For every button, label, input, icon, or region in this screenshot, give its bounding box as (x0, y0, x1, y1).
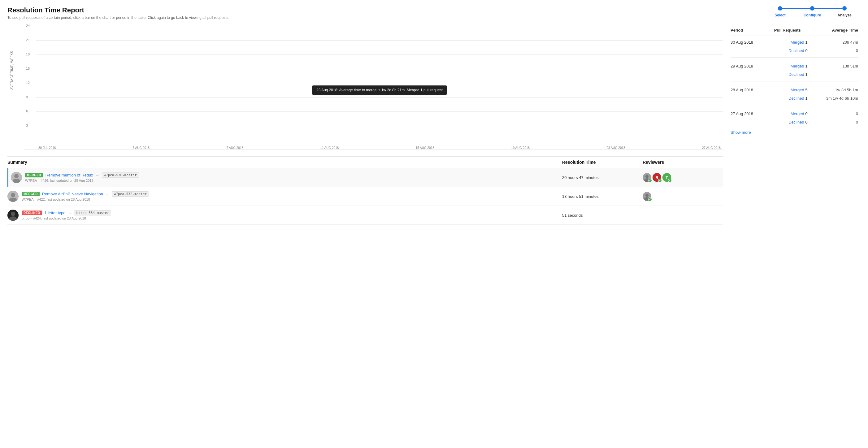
table-row-27aug-declined: Declined 0 0 (731, 118, 861, 126)
avatar-2 (7, 191, 19, 202)
declined-link-28aug[interactable]: Declined (788, 96, 804, 100)
pr-badge-3: DECLINED (22, 211, 42, 215)
pr-meta-2: W7PEA – #422, last updated on 28 Aug 201… (22, 198, 149, 201)
reviewer-avatar-1a (643, 173, 651, 182)
col-header-pr: Pull Requests (767, 26, 810, 36)
reviewer-avatar-2a (643, 192, 651, 201)
table-row-30aug-declined: Declined 0 0 (731, 47, 861, 55)
pr-branch-1: w7pea-536-master (102, 173, 139, 178)
stats-table: Period Pull Requests Average Time 30 Aug… (731, 26, 861, 126)
merged-link-27aug[interactable]: Merged (790, 112, 804, 116)
merged-link-30aug[interactable]: Merged (790, 40, 804, 44)
x-label-4: 15 AUG 2018 (416, 146, 434, 150)
svg-text:R: R (656, 176, 658, 180)
pr-branch-2: w7pea-532-master (112, 191, 149, 197)
summary-col-info: Summary (7, 160, 562, 165)
table-row-30aug-merged: 30 Aug 2018 Merged 1 20h 47m (731, 36, 861, 47)
arrow-icon-2: → (105, 192, 109, 196)
avatar-1 (11, 172, 22, 183)
resolution-time-3: 51 seconds (562, 213, 643, 218)
wizard-dot-3 (842, 6, 847, 10)
wizard-dot-1 (778, 6, 782, 10)
avatar-3 (7, 210, 19, 221)
x-label-6: 23 AUG 2018 (607, 146, 625, 150)
svg-point-1 (14, 174, 19, 178)
col-header-time: Average Time (810, 26, 861, 36)
time-merged-29aug: 13h 51m (810, 60, 861, 70)
wizard-line-1 (782, 8, 810, 9)
svg-point-14 (645, 194, 649, 197)
wizard-step-analyze[interactable]: Analyze (828, 13, 861, 17)
pr-row-3[interactable]: DECLINED 1 letter typo → btroo-534-maste… (7, 206, 723, 225)
reviewer-check-1c (668, 179, 672, 182)
wizard-dot-2 (810, 6, 814, 10)
table-row-29aug-merged: 29 Aug 2018 Merged 1 13h 51m (731, 60, 861, 70)
time-declined-30aug: 0 (810, 47, 861, 55)
reviewer-avatar-1b: R (653, 173, 661, 182)
pr-meta-1: W7PEA – #426, last updated on 29 Aug 201… (25, 179, 139, 182)
period-27aug: 27 Aug 2018 (731, 108, 767, 118)
svg-point-11 (11, 193, 15, 197)
period-28aug: 28 Aug 2018 (731, 84, 767, 94)
x-label-7: 27 AUG 2018 (702, 146, 721, 150)
table-row-28aug-declined: Declined 1 3m 1w 4d 6h 10m (731, 94, 861, 102)
page-subtitle: To see pull requests of a certain period… (7, 16, 229, 20)
col-header-period: Period (731, 26, 767, 36)
x-label-5: 19 AUG 2018 (511, 146, 530, 150)
summary-section: Summary Resolution Time Reviewers (7, 156, 723, 225)
pr-row-2[interactable]: MERGED Remove AirBnB Native Navigation →… (7, 187, 723, 206)
declined-link-27aug[interactable]: Declined (788, 120, 804, 124)
declined-link-30aug[interactable]: Declined (788, 48, 804, 53)
pr-title-2[interactable]: Remove AirBnB Native Navigation (42, 192, 103, 196)
header-section: Resolution Time Report To see pull reque… (7, 6, 229, 20)
bars-area (36, 26, 723, 140)
time-merged-27aug: 0 (810, 108, 861, 118)
table-row-27aug-merged: 27 Aug 2018 Merged 0 0 (731, 108, 861, 118)
wizard-step-select[interactable]: Select (764, 13, 796, 17)
pr-branch-3: btroo-534-master (74, 210, 111, 215)
pr-row-1[interactable]: MERGED Remove mention of Redux → w7pea-5… (7, 168, 723, 187)
time-merged-30aug: 20h 47m (810, 36, 861, 47)
x-label-0: 30 JUL 2018 (38, 146, 56, 150)
declined-link-29aug[interactable]: Declined (788, 72, 804, 77)
svg-text:T: T (665, 176, 668, 180)
pr-title-3[interactable]: 1 letter typo (44, 211, 66, 215)
x-label-3: 11 AUG 2018 (320, 146, 339, 150)
reviewer-check-1a (648, 179, 652, 182)
time-declined-27aug: 0 (810, 118, 861, 126)
summary-header: Summary Resolution Time Reviewers (7, 157, 723, 168)
pr-badge-1: MERGED (25, 173, 43, 177)
stats-table-area: Period Pull Requests Average Time 30 Aug… (731, 26, 861, 225)
page-title: Resolution Time Report (7, 6, 229, 14)
merged-link-28aug[interactable]: Merged (790, 88, 804, 92)
y-axis-label: AVERAGE TIME, WEEKS (10, 51, 13, 89)
pr-meta-3: btroo – #424, last updated on 28 Aug 201… (22, 216, 111, 220)
time-declined-29aug (810, 70, 861, 79)
pr-title-1[interactable]: Remove mention of Redux (45, 173, 93, 177)
x-axis: 30 JUL 2018 3 AUG 2018 7 AUG 2018 11 AUG… (36, 140, 723, 150)
svg-point-4 (645, 175, 649, 178)
x-label-2: 7 AUG 2018 (226, 146, 243, 150)
wizard-line-2 (814, 8, 842, 9)
svg-point-17 (11, 212, 15, 216)
time-declined-28aug: 3m 1w 4d 6h 10m (810, 94, 861, 102)
pr-badge-2: MERGED (22, 192, 40, 196)
reviewer-check-1b (658, 179, 662, 182)
pr-info-2: MERGED Remove AirBnB Native Navigation →… (7, 191, 562, 202)
show-more-link[interactable]: Show more (731, 126, 861, 136)
reviewers-1: R T (643, 173, 723, 182)
wizard-steps: Select Configure Analyze (764, 6, 861, 17)
arrow-icon-1: → (96, 173, 99, 177)
merged-link-29aug[interactable]: Merged (790, 64, 804, 68)
wizard-step-configure[interactable]: Configure (796, 13, 828, 17)
summary-col-resolution: Resolution Time (562, 160, 643, 165)
table-row-28aug-merged: 28 Aug 2018 Merged 5 1w 3d 5h 1m (731, 84, 861, 94)
x-label-1: 3 AUG 2018 (133, 146, 150, 150)
summary-col-reviewers: Reviewers (643, 160, 723, 165)
reviewer-check-2a (648, 198, 652, 201)
resolution-time-2: 13 hours 51 minutes (562, 194, 643, 199)
table-row-29aug-declined: Declined 1 (731, 70, 861, 79)
pr-info-3: DECLINED 1 letter typo → btroo-534-maste… (7, 210, 562, 221)
bar-chart[interactable]: 24 21 18 15 12 9 6 3 (24, 26, 723, 150)
time-merged-28aug: 1w 3d 5h 1m (810, 84, 861, 94)
